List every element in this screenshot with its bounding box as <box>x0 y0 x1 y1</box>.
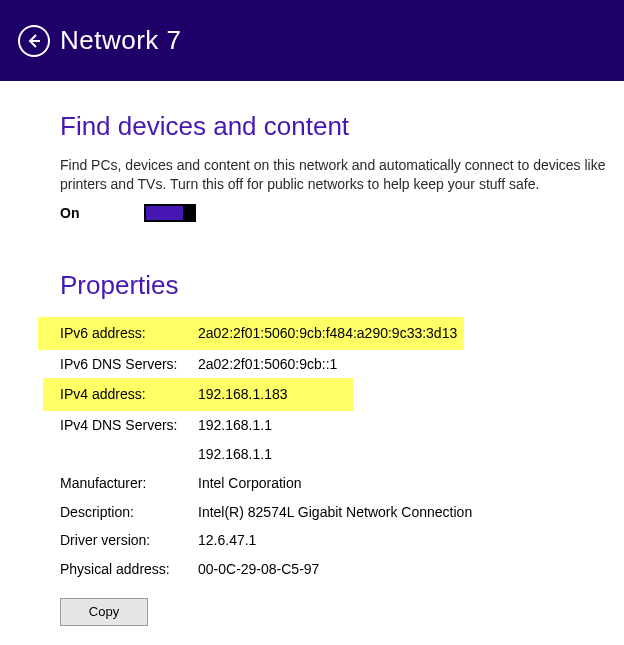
property-key: Physical address: <box>60 561 198 578</box>
property-row-ipv6-dns: IPv6 DNS Servers: 2a02:2f01:5060:9cb::1 <box>38 350 624 379</box>
content-area: Find devices and content Find PCs, devic… <box>0 81 624 626</box>
property-value: 192.168.1.1 <box>198 417 272 434</box>
property-key: IPv6 address: <box>60 325 198 342</box>
property-row-driver-version: Driver version: 12.6.47.1 <box>38 526 624 555</box>
property-key <box>60 446 198 463</box>
property-key: IPv4 address: <box>60 386 198 403</box>
property-key: IPv6 DNS Servers: <box>60 356 198 373</box>
property-value: 12.6.47.1 <box>198 532 256 549</box>
find-devices-toggle[interactable] <box>144 204 196 222</box>
title-bar: Network 7 <box>0 0 624 81</box>
back-arrow-icon <box>26 33 42 49</box>
property-value: 192.168.1.183 <box>198 386 288 403</box>
property-row-ipv4-address: IPv4 address: 192.168.1.183 <box>43 378 353 411</box>
toggle-state-label: On <box>60 205 144 221</box>
property-row-manufacturer: Manufacturer: Intel Corporation <box>38 469 624 498</box>
properties-table: IPv6 address: 2a02:2f01:5060:9cb:f484:a2… <box>60 317 624 584</box>
properties-section-title: Properties <box>60 270 624 301</box>
property-row-ipv6-address: IPv6 address: 2a02:2f01:5060:9cb:f484:a2… <box>38 317 464 350</box>
property-row-ipv4-dns-2: 192.168.1.1 <box>38 440 624 469</box>
property-row-physical-address: Physical address: 00-0C-29-08-C5-97 <box>38 555 624 584</box>
property-value: 2a02:2f01:5060:9cb::1 <box>198 356 337 373</box>
property-value: Intel(R) 82574L Gigabit Network Connecti… <box>198 504 472 521</box>
property-key: Driver version: <box>60 532 198 549</box>
property-key: Manufacturer: <box>60 475 198 492</box>
property-key: IPv4 DNS Servers: <box>60 417 198 434</box>
property-row-ipv4-dns: IPv4 DNS Servers: 192.168.1.1 <box>38 411 624 440</box>
property-row-description: Description: Intel(R) 82574L Gigabit Net… <box>38 498 624 527</box>
property-value: 192.168.1.1 <box>198 446 272 463</box>
copy-button[interactable]: Copy <box>60 598 148 626</box>
find-section-description: Find PCs, devices and content on this ne… <box>60 156 615 194</box>
property-value: 2a02:2f01:5060:9cb:f484:a290:9c33:3d13 <box>198 325 457 342</box>
page-title: Network 7 <box>60 25 182 56</box>
property-value: 00-0C-29-08-C5-97 <box>198 561 319 578</box>
back-button[interactable] <box>18 25 50 57</box>
find-section-title: Find devices and content <box>60 111 624 142</box>
toggle-knob-icon <box>183 205 195 221</box>
property-key: Description: <box>60 504 198 521</box>
property-value: Intel Corporation <box>198 475 302 492</box>
toggle-row: On <box>60 204 624 222</box>
